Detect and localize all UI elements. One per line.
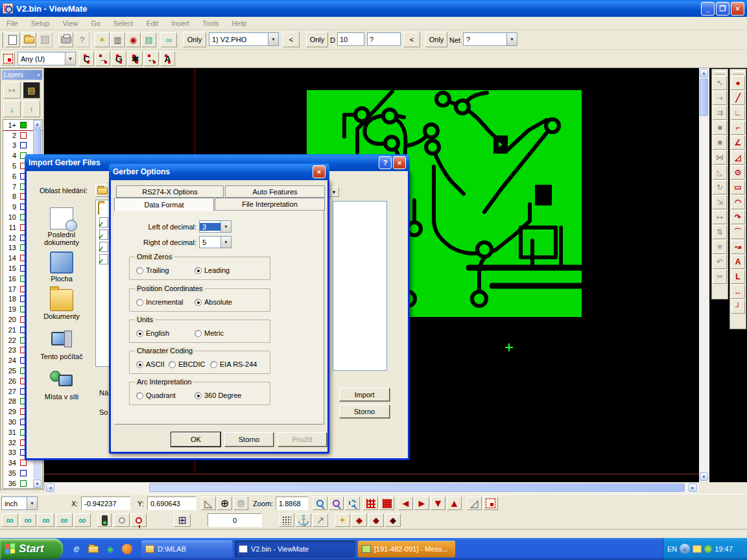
toolbar-grip[interactable]: [1, 32, 3, 48]
place-my-computer[interactable]: Tento počítač: [30, 329, 93, 360]
pad-dark-button[interactable]: ◆: [385, 513, 401, 527]
import-cancel-button[interactable]: Storno: [339, 404, 390, 418]
view-options-button[interactable]: ∞: [161, 32, 177, 47]
layers-scroll-down[interactable]: ▼: [33, 480, 42, 488]
layers-scroll-up[interactable]: ▲: [33, 120, 42, 128]
vertical-scrollbar[interactable]: ▲ ▼: [699, 68, 709, 482]
width-aperture-button[interactable]: ↔: [144, 51, 159, 66]
radio-metric[interactable]: Metric: [195, 329, 224, 337]
rotate-tool[interactable]: ↻: [713, 180, 727, 194]
circle-aperture-button[interactable]: C: [79, 51, 94, 66]
green-app-icon[interactable]: ◈: [104, 542, 117, 555]
gerber-dialog-titlebar[interactable]: Gerber Options ×: [109, 163, 329, 180]
measure-view-button[interactable]: ▥: [110, 32, 125, 47]
origin-button[interactable]: ⊕: [217, 496, 232, 510]
polyline-tool[interactable]: ∟: [731, 106, 745, 120]
layer-color-swatch[interactable]: [20, 132, 27, 139]
line-tool[interactable]: ╱: [731, 91, 745, 105]
snap-grid-button[interactable]: [279, 513, 294, 527]
net-combo-dropdown[interactable]: ▼: [506, 33, 517, 45]
restore-button[interactable]: ❐: [716, 2, 729, 16]
radio-eia-rs-244[interactable]: EIA RS-244: [210, 360, 257, 368]
import-button[interactable]: Import: [339, 388, 390, 401]
grid-dcode-button[interactable]: [363, 496, 378, 510]
close-button[interactable]: ×: [731, 2, 744, 16]
stretch-button[interactable]: ↗: [313, 513, 328, 527]
scroll-right-button[interactable]: ►: [689, 484, 697, 492]
radio-ebcdic[interactable]: EBCDIC: [169, 360, 206, 368]
flash-aperture-button[interactable]: →: [95, 51, 110, 66]
palette-grip[interactable]: [715, 71, 725, 75]
view-all-button[interactable]: ∞: [1, 513, 18, 527]
radio-ascii[interactable]: ASCII: [136, 360, 165, 368]
g-code-button[interactable]: G: [112, 51, 126, 66]
view-film-button[interactable]: ∞: [38, 513, 54, 527]
gerber-cancel-button[interactable]: Storno: [224, 432, 274, 447]
dcode-value-field[interactable]: 10: [337, 32, 364, 46]
taskbar-task[interactable]: V2.bin - ViewMate: [235, 541, 355, 557]
look-in-combo-folder[interactable]: [95, 184, 110, 197]
internet-explorer-icon[interactable]: e: [70, 542, 83, 555]
text-aperture-button[interactable]: A: [160, 51, 175, 66]
pad-tool[interactable]: ●: [731, 76, 745, 90]
select-cursor-tool[interactable]: ↖: [713, 76, 727, 90]
right-of-decimal-dropdown[interactable]: ▼: [220, 237, 231, 248]
place-documents[interactable]: Dokumenty: [30, 289, 93, 320]
angle-tool[interactable]: ∠: [731, 135, 745, 150]
gerber-file-icon[interactable]: [99, 254, 108, 264]
layer-combo[interactable]: 1) V2.PHO ▼: [209, 32, 279, 46]
fill-rect-tool[interactable]: ■: [713, 121, 727, 135]
look-in-dropdown[interactable]: ▼: [329, 187, 339, 197]
import-help-button[interactable]: ?: [379, 156, 392, 169]
fill-rect2-tool[interactable]: ■: [713, 135, 727, 150]
layers-close-icon[interactable]: ×: [37, 72, 40, 78]
layer-table-button[interactable]: ▤: [23, 82, 40, 99]
arc-tool[interactable]: ◠: [731, 195, 745, 209]
curve-tool[interactable]: ↷: [731, 210, 745, 224]
radio-360-degree[interactable]: 360 Degree: [195, 391, 242, 399]
language-indicator[interactable]: EN: [667, 545, 677, 553]
layer-down-button[interactable]: ↓: [3, 100, 21, 117]
layer-combo-dropdown[interactable]: ▼: [268, 33, 278, 45]
prev-dcode-button[interactable]: <: [403, 32, 420, 47]
view-single-button[interactable]: ∞: [56, 513, 73, 527]
print-button[interactable]: [58, 32, 73, 47]
highlight-off-button[interactable]: [114, 513, 130, 527]
measure-angle-button[interactable]: ◺: [201, 496, 216, 510]
highlight-on-button[interactable]: [131, 513, 147, 527]
settings-gear-tool[interactable]: ✳: [713, 240, 727, 254]
tray-message-icon[interactable]: [693, 545, 702, 553]
aperture-type-combo[interactable]: Any (U) ▼: [18, 52, 76, 65]
radio-absolute[interactable]: Absolute: [195, 298, 232, 306]
scroll-up-button[interactable]: ▲: [700, 69, 708, 77]
composite-aperture-button[interactable]: ✱: [128, 51, 143, 66]
probe-button[interactable]: ⊚: [233, 496, 248, 510]
aperture-type-dropdown[interactable]: ▼: [65, 52, 75, 65]
traffic-light-button[interactable]: [97, 513, 112, 527]
film-move-down-button[interactable]: ▼: [431, 496, 445, 510]
anchor-button[interactable]: ⚓: [296, 513, 311, 527]
layer-color-swatch[interactable]: [20, 142, 27, 148]
select-region-button[interactable]: [483, 496, 498, 510]
scale-tool[interactable]: ⇲: [713, 195, 727, 209]
save-file-button[interactable]: [38, 32, 53, 47]
radio-quadrant[interactable]: Quadrant: [136, 391, 176, 399]
menu-help[interactable]: Help: [226, 18, 254, 29]
ellipse-arc-tool[interactable]: ⌒: [731, 225, 745, 239]
layer-shift-button[interactable]: ↦: [3, 82, 21, 99]
place-network-places[interactable]: Místa v síti: [30, 369, 93, 401]
menu-go[interactable]: Go: [84, 18, 107, 29]
tray-chevron-icon[interactable]: ‹: [680, 544, 690, 554]
view-custom-button[interactable]: ∞: [74, 513, 91, 527]
pad-special-button[interactable]: ◆: [368, 513, 384, 527]
elbow-tool[interactable]: ┘: [731, 299, 745, 314]
layer-up-button[interactable]: ↑: [23, 100, 40, 117]
cut-tool[interactable]: ✂: [713, 270, 727, 284]
taskbar-task[interactable]: [191-482-091] - Mess...: [358, 541, 455, 557]
dimension-tool[interactable]: ↔: [731, 285, 745, 299]
taskbar-task[interactable]: D:\MLAB: [141, 541, 232, 557]
radio-leading[interactable]: Leading: [195, 266, 230, 274]
spline-tool[interactable]: ↝: [731, 240, 745, 254]
unit-dropdown[interactable]: ▼: [27, 497, 37, 509]
radio-trailing[interactable]: Trailing: [136, 266, 169, 274]
